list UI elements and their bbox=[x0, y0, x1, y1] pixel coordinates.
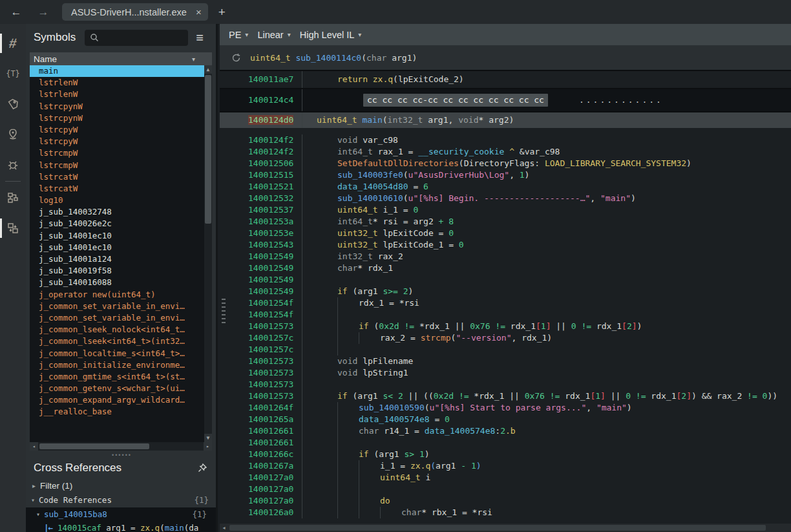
code-token[interactable]: arg1 bbox=[392, 53, 412, 63]
code-token[interactable]: != bbox=[404, 321, 419, 331]
code-token[interactable]: sub_140010610 bbox=[337, 193, 403, 203]
symbol-row[interactable]: lstrcpynW bbox=[30, 112, 204, 124]
code-token[interactable]: || bbox=[455, 321, 470, 331]
code-token[interactable]: 2 bbox=[681, 391, 686, 401]
sidebar-item-debugger[interactable] bbox=[0, 152, 26, 178]
address[interactable]: 140012661 bbox=[220, 425, 302, 437]
code-token[interactable]: if bbox=[359, 449, 374, 459]
code-token[interactable]: ) bbox=[627, 403, 632, 412]
code-token[interactable]: = bbox=[434, 414, 445, 424]
code-token[interactable]: != bbox=[495, 321, 510, 331]
code-line[interactable]: 140012506SetDefaultDllDirectories(Direct… bbox=[220, 158, 791, 169]
code-line[interactable]: 14001266cif (arg1 s> 1) bbox=[220, 449, 791, 460]
address[interactable]: 1400124f2 bbox=[220, 146, 302, 158]
file-tab[interactable]: ASUS-DriverH...nstaller.exe × bbox=[62, 3, 208, 21]
code-token[interactable]: zx.q bbox=[373, 74, 393, 84]
code-token[interactable]: [ bbox=[536, 321, 541, 331]
code-token[interactable]: , bbox=[509, 170, 520, 180]
code-token[interactable]: data_1400574e8 bbox=[359, 414, 434, 424]
code-token[interactable]: s> bbox=[404, 449, 419, 459]
code-token[interactable]: void bbox=[337, 135, 363, 145]
code-line[interactable]: 140012521data_140054d80 = 6 bbox=[220, 181, 791, 193]
code-token[interactable]: rdx_1 bbox=[522, 333, 547, 343]
code-token[interactable]: [ bbox=[622, 321, 627, 331]
view-type-dropdown[interactable]: PE ▾ bbox=[229, 30, 248, 40]
code-token[interactable]: 0 bbox=[413, 205, 418, 215]
code-token[interactable]: = bbox=[448, 240, 459, 250]
code-token[interactable]: 1 bbox=[471, 461, 476, 471]
code-token[interactable]: void bbox=[337, 368, 363, 378]
code-token[interactable]: * bbox=[373, 217, 383, 226]
code-token[interactable]: char bbox=[366, 53, 392, 63]
code-token[interactable]: arg2 bbox=[413, 217, 438, 226]
code-token[interactable]: uint64_t bbox=[337, 205, 383, 215]
code-token[interactable]: lpString1 bbox=[363, 368, 408, 378]
code-token[interactable]: ( bbox=[393, 74, 398, 84]
code-line[interactable]: 140012549 bbox=[220, 274, 791, 286]
code-line[interactable]: 14001257crax_2 = strcmp("--version", rdx… bbox=[220, 332, 791, 344]
symbol-row[interactable]: j_common_localtime_s<int64_t>… bbox=[30, 348, 204, 359]
scrollbar-thumb[interactable] bbox=[39, 443, 149, 449]
code-token[interactable]: do bbox=[380, 496, 390, 505]
code-line[interactable]: 140012573 bbox=[220, 379, 791, 390]
code-token[interactable]: uint32_t bbox=[337, 228, 383, 238]
collapse-triangle-icon[interactable]: ▾ bbox=[36, 507, 40, 521]
code-line[interactable]: 140012549int32_t rax_2 bbox=[220, 251, 791, 262]
address[interactable]: 140012543 bbox=[220, 239, 302, 251]
symbol-row[interactable]: j_common_getenv_s<wchar_t>(ui… bbox=[30, 383, 204, 394]
symbol-row[interactable]: lstrcatW bbox=[30, 183, 204, 195]
code-token[interactable]: int64_t bbox=[337, 217, 373, 226]
address[interactable]: 140012506 bbox=[220, 158, 302, 169]
code-line[interactable]: 1400126a0char* rbx_1 = *rsi bbox=[220, 507, 791, 518]
code-line[interactable]: 140012515sub_140003fe0(u"AsusDriverHub\L… bbox=[220, 169, 791, 181]
code-token[interactable]: i_1 bbox=[383, 205, 403, 215]
code-token[interactable]: ( bbox=[430, 461, 436, 471]
symbol-row[interactable]: lstrlenW bbox=[30, 77, 204, 89]
address[interactable]: 14001254f bbox=[220, 297, 302, 309]
code-token[interactable]: 0x76 bbox=[525, 391, 550, 401]
code-token[interactable]: != bbox=[459, 391, 474, 401]
code-line[interactable]: 140012537uint64_t i_1 = 0 bbox=[220, 204, 791, 216]
address[interactable]: 14001257c bbox=[220, 332, 302, 344]
symbols-horizontal-scrollbar[interactable]: ◂ ▸ bbox=[30, 442, 212, 451]
code-token[interactable]: ) bbox=[691, 391, 702, 401]
symbol-row[interactable]: lstrlenW bbox=[30, 89, 204, 100]
code-token[interactable]: * bbox=[479, 115, 489, 125]
code-token[interactable]: 0x2d bbox=[379, 321, 404, 331]
scroll-left-icon[interactable]: ◂ bbox=[30, 442, 38, 451]
code-line[interactable]: 14001257c bbox=[220, 344, 791, 356]
code-token[interactable]: strcmp bbox=[421, 333, 451, 343]
code-token[interactable]: ( bbox=[383, 115, 388, 125]
code-token[interactable]: 2 bbox=[398, 391, 408, 401]
code-token[interactable]: 1 bbox=[520, 170, 525, 180]
code-token[interactable]: ) bbox=[425, 449, 430, 459]
code-token[interactable]: = bbox=[403, 217, 414, 226]
address[interactable]: 140012661 bbox=[220, 437, 302, 449]
code-token[interactable]: ] bbox=[686, 391, 691, 401]
address[interactable]: 140012532 bbox=[220, 193, 302, 204]
code-token[interactable]: ( bbox=[160, 521, 165, 532]
code-token[interactable]: data_1400574e8 bbox=[425, 426, 496, 436]
code-token[interactable]: 2 bbox=[500, 426, 505, 436]
tab-close-icon[interactable]: × bbox=[196, 6, 202, 17]
code-token[interactable]: rax_2 bbox=[717, 391, 747, 401]
code-token[interactable]: ) bbox=[459, 74, 464, 84]
code-token[interactable]: ) bbox=[412, 53, 417, 63]
symbols-search-input[interactable] bbox=[85, 30, 188, 46]
code-token[interactable]: ) bbox=[631, 193, 636, 203]
address[interactable]: 140012573 bbox=[220, 390, 302, 402]
code-token[interactable]: uint64_t bbox=[380, 473, 425, 482]
symbol-row[interactable]: j_sub_14001a124 bbox=[30, 253, 204, 265]
code-token[interactable]: 0 bbox=[448, 228, 454, 238]
address[interactable]: 140012515 bbox=[220, 169, 302, 181]
code-token[interactable]: 1 bbox=[419, 449, 425, 459]
address[interactable]: 1400126a0 bbox=[220, 507, 302, 518]
layout-dropdown[interactable]: Linear ▾ bbox=[257, 30, 290, 40]
code-token[interactable]: = bbox=[408, 147, 419, 156]
code-line[interactable]: 140012573if (0x2d != *rdx_1 || 0x76 != r… bbox=[220, 321, 791, 332]
code-token[interactable]: lpExitCode bbox=[383, 228, 438, 238]
scrollbar-thumb[interactable] bbox=[205, 75, 211, 224]
code-token[interactable]: ] bbox=[632, 321, 637, 331]
symbol-row[interactable]: lstrcpynW bbox=[30, 101, 204, 112]
code-token[interactable]: ( bbox=[361, 53, 366, 63]
